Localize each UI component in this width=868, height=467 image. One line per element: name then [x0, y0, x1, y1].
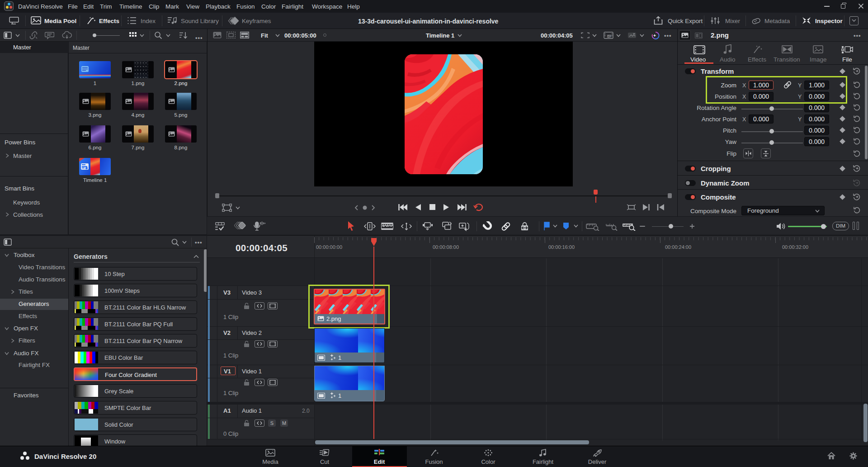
svg-text:HQ: HQ — [607, 35, 611, 38]
